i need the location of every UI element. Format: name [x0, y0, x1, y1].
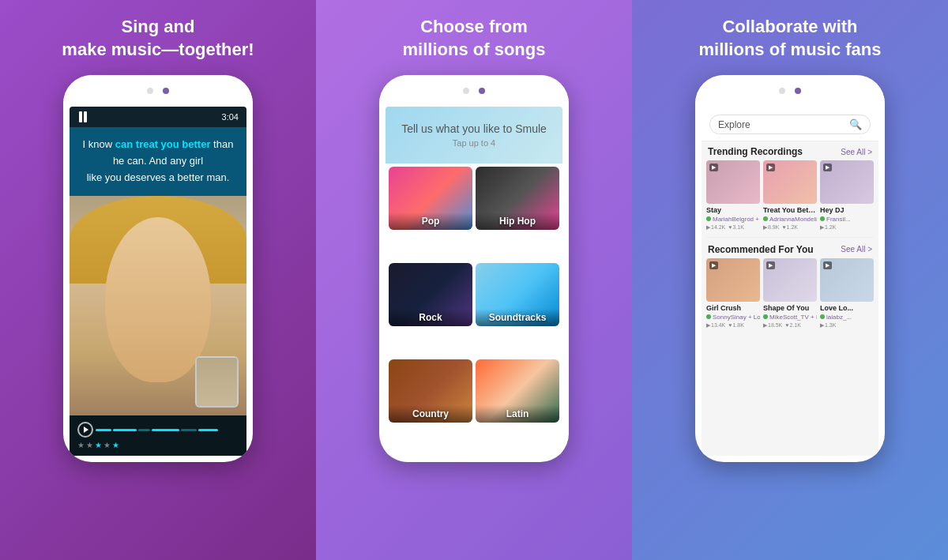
trending-see-all[interactable]: See All > [841, 148, 872, 156]
thumb-heydj: ▶ [820, 160, 874, 204]
phone-dot-r2 [795, 88, 801, 94]
video-icon-gc: ▶ [709, 261, 718, 269]
phone-left: 3:04 I know can treat you better than he… [63, 75, 253, 462]
genre-hiphop-label: Hip Hop [476, 212, 559, 230]
waveform-row [77, 422, 239, 438]
star-1: ★ [77, 441, 85, 449]
singer-image-area [70, 196, 246, 416]
stat-plays-ll: ▶ 1.3K [820, 322, 836, 329]
star-5: ★ [112, 441, 119, 449]
recording-user-gc: SonnySinay + Los... [706, 314, 760, 321]
recording-user-ll: lalabz_... [820, 314, 874, 321]
genre-country[interactable]: Country [389, 359, 472, 423]
thumb-soy: ▶ [763, 258, 817, 302]
recording-card-ll[interactable]: ▶ Love Lo... lalabz_... ▶ 1.3K [820, 258, 874, 329]
recording-stats-gc: ▶ 13.4K ♥ 1.8K [706, 322, 760, 329]
genre-rock[interactable]: Rock [389, 263, 472, 326]
phone-middle: Tell us what you like to Smule Tap up to… [379, 75, 569, 462]
verified-dot-heydj [820, 216, 825, 221]
genre-header-sub: Tap up to 4 [397, 138, 551, 148]
genre-latin-label: Latin [476, 405, 559, 423]
lyrics-line3: like you deserves a better man. [87, 171, 230, 183]
player-controls: ★ ★ ★ ★ ★ [70, 415, 246, 456]
phone-screen-right: Explore 🔍 Trending Recordings See All > … [702, 107, 878, 456]
genre-soundtracks[interactable]: Soundtracks [476, 263, 559, 326]
phone-dot-m1 [463, 88, 469, 94]
recording-name-soy: Shape Of You [763, 304, 817, 313]
recording-name-tyb: Treat You Better [763, 206, 817, 215]
verified-dot-soy [763, 314, 768, 319]
pause-icon[interactable] [77, 111, 88, 122]
explore-search-bar: Explore 🔍 [702, 107, 878, 141]
genre-latin[interactable]: Latin [476, 359, 559, 423]
player-time: 3:04 [222, 112, 239, 122]
recording-card-soy[interactable]: ▶ Shape Of You MikeScott_TV + Ma... ▶ 18… [763, 258, 817, 329]
thumb-stay: ▶ [706, 160, 760, 204]
stat-likes-gc: ♥ 1.8K [728, 322, 744, 329]
phone-screen-left: 3:04 I know can treat you better than he… [70, 107, 246, 456]
recommended-title: Recommended For You [708, 244, 814, 255]
panel-right-heading: Collaborate withmillions of music fans [698, 16, 881, 61]
panel-left: Sing andmake music—together! 3:04 I know… [0, 0, 316, 560]
phone-top-middle [379, 75, 569, 107]
genre-country-label: Country [389, 405, 472, 423]
genre-header: Tell us what you like to Smule Tap up to… [386, 107, 562, 163]
trending-recordings-row: ▶ Stay MariahBelgrod + K... ▶ 14.2K ♥ 3.… [702, 160, 878, 235]
search-box[interactable]: Explore 🔍 [709, 115, 871, 134]
recording-card-tyb[interactable]: ▶ Treat You Better AdriannaMondelii... ▶… [763, 160, 817, 231]
phone-dot-m2 [479, 88, 485, 94]
waveform-bars [96, 429, 239, 431]
verified-dot-ll [820, 314, 825, 319]
phone-screen-middle: Tell us what you like to Smule Tap up to… [386, 107, 562, 456]
stat-plays-soy: ▶ 18.5K [763, 322, 782, 329]
phone-top-left [63, 75, 253, 107]
stat-plays-stay: ▶ 14.2K [706, 224, 725, 231]
recording-name-ll: Love Lo... [820, 304, 874, 313]
panel-middle: Choose frommillions of songs Tell us wha… [316, 0, 632, 560]
panel-left-heading: Sing andmake music—together! [62, 16, 254, 61]
video-icon-ll: ▶ [823, 261, 832, 269]
recording-user-tyb: AdriannaMondelii... [763, 216, 817, 223]
music-screen: 3:04 I know can treat you better than he… [70, 107, 246, 456]
section-divider [706, 237, 874, 238]
star-2: ★ [86, 441, 93, 449]
panel-right: Collaborate withmillions of music fans E… [632, 0, 948, 560]
stat-plays-tyb: ▶ 8.9K [763, 224, 779, 231]
verified-dot-tyb [763, 216, 768, 221]
mini-singer [195, 356, 239, 408]
search-icon: 🔍 [849, 118, 862, 130]
thumb-gc: ▶ [706, 258, 760, 302]
recording-name-gc: Girl Crush [706, 304, 760, 313]
lyrics-highlight: can treat you better [115, 138, 211, 150]
play-triangle-icon [84, 427, 88, 433]
genre-pop[interactable]: Pop [389, 167, 472, 230]
video-icon-stay: ▶ [709, 163, 718, 171]
star-4: ★ [103, 441, 111, 449]
genre-hiphop[interactable]: Hip Hop [476, 167, 559, 230]
recording-name-stay: Stay [706, 206, 760, 215]
recording-stats-tyb: ▶ 8.9K ♥ 1.2K [763, 224, 817, 231]
explore-screen: Explore 🔍 Trending Recordings See All > … [702, 107, 878, 456]
recommended-see-all[interactable]: See All > [841, 245, 872, 254]
recording-user-stay: MariahBelgrod + K... [706, 216, 760, 223]
recording-user-soy: MikeScott_TV + Ma... [763, 314, 817, 321]
recording-stats-stay: ▶ 14.2K ♥ 3.1K [706, 224, 760, 231]
thumb-tyb: ▶ [763, 160, 817, 204]
recording-card-heydj[interactable]: ▶ Hey DJ Fransil... ▶ 1.2K [820, 160, 874, 231]
star-3: ★ [95, 441, 102, 449]
verified-dot-stay [706, 216, 711, 221]
recording-card-gc[interactable]: ▶ Girl Crush SonnySinay + Los... ▶ 13.4K… [706, 258, 760, 329]
phone-dot-r1 [779, 88, 785, 94]
stat-plays-heydj: ▶ 1.2K [820, 224, 836, 231]
stat-plays-gc: ▶ 13.4K [706, 322, 725, 329]
recording-card-stay[interactable]: ▶ Stay MariahBelgrod + K... ▶ 14.2K ♥ 3.… [706, 160, 760, 231]
play-button[interactable] [77, 422, 93, 438]
genre-pop-label: Pop [389, 212, 472, 230]
thumb-ll: ▶ [820, 258, 874, 302]
lyrics-area: I know can treat you better than he can.… [70, 127, 246, 195]
panel-middle-heading: Choose frommillions of songs [403, 16, 546, 61]
phone-dot-1 [147, 88, 153, 94]
stat-likes-stay: ♥ 3.1K [728, 224, 744, 231]
recommended-recordings-row: ▶ Girl Crush SonnySinay + Los... ▶ 13.4K… [702, 258, 878, 333]
phone-top-right [695, 75, 885, 107]
